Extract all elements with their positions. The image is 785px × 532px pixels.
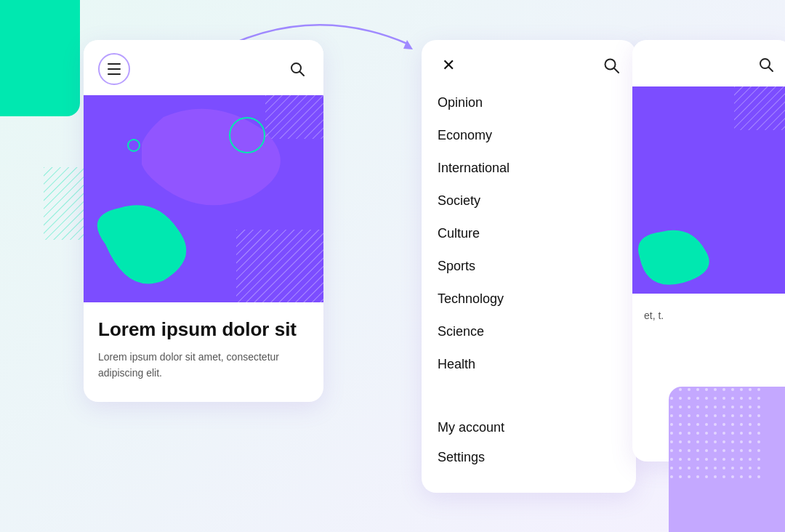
- hatch-top-right: [265, 95, 323, 139]
- hamburger-line-1: [108, 63, 121, 65]
- partial-header: [632, 40, 785, 86]
- phone-card-left: Lorem ipsum dolor sit Lorem ipsum dolor …: [84, 40, 323, 402]
- search-icon-partial: [758, 57, 774, 73]
- phone-content: Lorem ipsum dolor sit Lorem ipsum dolor …: [84, 302, 323, 402]
- phone-header: [84, 40, 323, 95]
- menu-item-technology[interactable]: Technology: [438, 283, 620, 315]
- menu-item-myaccount[interactable]: My account: [438, 413, 620, 443]
- svg-rect-16: [669, 387, 763, 481]
- circle-decoration-small: [127, 139, 140, 152]
- svg-rect-14: [734, 86, 785, 130]
- search-icon-menu: [603, 57, 620, 74]
- menu-panel: ✕ Opinion Economy International Society …: [422, 40, 636, 493]
- menu-secondary-items: My account Settings: [422, 413, 636, 472]
- partial-content: et, t.: [632, 294, 785, 339]
- menu-divider: [422, 388, 636, 406]
- circle-decoration-large: [229, 117, 265, 153]
- search-button-partial[interactable]: [754, 53, 778, 76]
- hamburger-line-3: [108, 73, 121, 75]
- hatch-bottom-right: [236, 230, 323, 302]
- blob-green: [91, 201, 193, 288]
- menu-item-opinion[interactable]: Opinion: [438, 86, 620, 119]
- menu-item-sports[interactable]: Sports: [438, 250, 620, 283]
- bg-teal-decoration: [0, 0, 80, 116]
- hero-image: [84, 95, 323, 302]
- svg-rect-6: [236, 230, 323, 302]
- menu-item-international[interactable]: International: [438, 152, 620, 185]
- article-body: Lorem ipsum dolor sit amet, consectetur …: [98, 350, 309, 381]
- bg-dots-decoration: [669, 387, 763, 481]
- menu-item-health[interactable]: Health: [438, 348, 620, 381]
- menu-item-culture[interactable]: Culture: [438, 217, 620, 250]
- menu-item-science[interactable]: Science: [438, 315, 620, 348]
- menu-item-economy[interactable]: Economy: [438, 119, 620, 152]
- svg-marker-2: [403, 40, 413, 49]
- svg-line-12: [769, 68, 773, 72]
- close-button[interactable]: ✕: [438, 55, 459, 76]
- hamburger-button[interactable]: [98, 53, 130, 85]
- search-button-left[interactable]: [286, 57, 309, 81]
- article-title: Lorem ipsum dolor sit: [98, 318, 309, 341]
- search-icon-left: [289, 61, 305, 77]
- search-button-menu[interactable]: [603, 57, 620, 74]
- partial-blob-green: [632, 228, 712, 286]
- menu-item-settings[interactable]: Settings: [438, 443, 620, 472]
- svg-line-4: [300, 72, 305, 76]
- partial-body-text: et, t.: [644, 308, 781, 324]
- partial-hero-image: [632, 86, 785, 294]
- partial-hatch: [734, 86, 785, 130]
- hamburger-line-2: [108, 68, 121, 70]
- svg-rect-8: [265, 95, 323, 139]
- bg-purple-decoration: [669, 387, 785, 532]
- menu-header: ✕: [422, 40, 636, 86]
- menu-items-list: Opinion Economy International Society Cu…: [422, 86, 636, 381]
- menu-item-society[interactable]: Society: [438, 185, 620, 217]
- svg-line-10: [614, 68, 619, 73]
